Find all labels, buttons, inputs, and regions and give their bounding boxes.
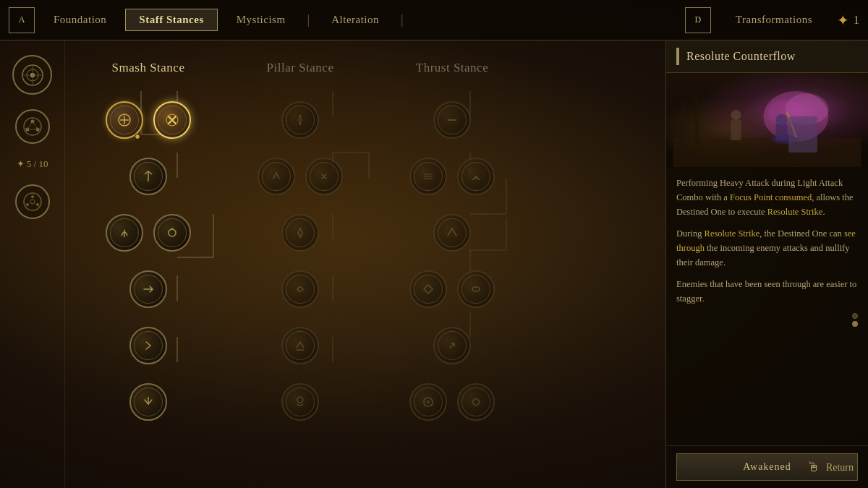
points-icon: ✦	[17, 158, 25, 169]
description-para-3: Enemies that have been seen through are …	[676, 277, 858, 306]
pillar-row-4	[281, 267, 319, 311]
skill-preview-image	[666, 73, 868, 167]
highlight-focus-point: Focus Point consumed	[730, 192, 812, 202]
return-label: Return	[826, 462, 854, 474]
smash-nodes	[106, 98, 191, 424]
skill-node[interactable]	[409, 383, 447, 421]
nav-bar: A Foundation Staff Stances Mysticism | A…	[0, 0, 868, 40]
currency-display: ✦ 1	[837, 12, 859, 29]
nav-right: D Transformations ✦ 1	[685, 7, 859, 33]
thrust-row-4	[409, 267, 495, 311]
skill-node[interactable]	[281, 327, 319, 364]
thrust-row-2	[409, 155, 495, 198]
nav-item-transformations[interactable]: Transformations	[723, 9, 825, 30]
pillar-nodes	[258, 98, 343, 424]
pillar-row-5	[281, 324, 319, 367]
svg-point-65	[731, 110, 741, 120]
highlight-resolute-strike-2: Resolute Strike	[705, 228, 760, 239]
pillar-row-2	[258, 155, 343, 198]
pillar-row-3	[281, 211, 319, 254]
svg-rect-59	[695, 95, 699, 145]
nav-separator-2: |	[401, 12, 404, 27]
skill-tree-area: Smash Stance	[65, 40, 665, 488]
highlight-resolute-strike-1: Resolute Strike	[767, 207, 823, 217]
skill-node[interactable]	[433, 101, 471, 139]
description-para-1: Performing Heavy Attack during Light Att…	[676, 176, 858, 219]
nav-item-alteration[interactable]: Alteration	[318, 9, 392, 30]
skill-node[interactable]	[106, 101, 143, 139]
svg-point-50	[298, 118, 302, 122]
smash-row-3	[106, 211, 191, 254]
nav-right-key: D	[685, 7, 711, 33]
points-display: ✦ 5 / 10	[17, 158, 48, 170]
thrust-nodes	[409, 98, 495, 424]
skill-node[interactable]	[153, 101, 191, 139]
sidebar-symbol-2	[15, 109, 50, 144]
currency-icon: ✦	[837, 12, 849, 29]
svg-point-46	[169, 229, 176, 236]
nav-separator-1: |	[307, 12, 310, 27]
thrust-row-6	[409, 380, 495, 424]
thrust-row-3	[433, 211, 471, 254]
skill-node[interactable]	[129, 270, 167, 308]
skill-node[interactable]	[281, 270, 319, 308]
skill-node[interactable]	[457, 270, 495, 308]
left-sidebar: ✦ 5 / 10	[0, 40, 65, 488]
skill-node[interactable]	[129, 383, 167, 421]
skill-node[interactable]	[433, 214, 471, 252]
svg-point-14	[26, 203, 29, 206]
svg-point-15	[36, 203, 39, 206]
skill-node[interactable]	[457, 383, 495, 421]
thrust-stance-section: Thrust Stance	[376, 61, 528, 474]
nav-left-key: A	[9, 7, 35, 33]
svg-point-62	[776, 114, 788, 126]
svg-line-10	[33, 121, 38, 129]
nav-item-staff-stances[interactable]: Staff Stances	[125, 9, 217, 31]
skill-node[interactable]	[153, 214, 191, 252]
thrust-row-1	[433, 98, 471, 142]
sidebar-symbol-1	[12, 55, 52, 95]
pillar-row-1	[281, 98, 319, 142]
pillar-stance-title: Pillar Stance	[267, 61, 334, 81]
panel-description: Performing Heavy Attack during Light Att…	[666, 167, 868, 445]
panel-header: Resolute Counterflow	[666, 40, 868, 73]
skill-node[interactable]	[129, 327, 167, 364]
skill-node[interactable]	[281, 214, 319, 252]
skill-node[interactable]	[129, 158, 167, 195]
description-para-2: During Resolute Strike, the Destined One…	[676, 226, 858, 270]
svg-rect-54	[673, 138, 861, 167]
svg-rect-58	[681, 102, 686, 145]
smash-row-4	[129, 267, 167, 311]
skill-node[interactable]	[409, 158, 447, 195]
panel-image	[666, 73, 868, 167]
sidebar-symbol-3	[15, 184, 50, 219]
svg-point-13	[31, 195, 34, 198]
pillar-row-6	[281, 380, 319, 424]
smash-stance-title: Smash Stance	[112, 61, 185, 81]
skill-node[interactable]	[409, 270, 447, 308]
panel-header-bar	[676, 48, 679, 65]
smash-row-5	[129, 324, 167, 367]
pillar-stance-section: Pillar Stance	[224, 61, 376, 474]
skill-node[interactable]	[281, 101, 319, 139]
smash-row-1	[106, 98, 191, 142]
svg-rect-64	[731, 120, 741, 140]
nav-item-foundation[interactable]: Foundation	[41, 9, 119, 30]
main-content: ✦ 5 / 10	[0, 40, 868, 488]
svg-line-9	[27, 121, 33, 129]
thrust-stance-title: Thrust Stance	[416, 61, 488, 81]
skill-node[interactable]	[106, 214, 143, 252]
skill-node[interactable]	[457, 158, 495, 195]
svg-point-52	[297, 397, 303, 403]
nav-item-mysticism[interactable]: Mysticism	[224, 9, 299, 30]
skill-node[interactable]	[281, 383, 319, 421]
right-panel: Resolute Counterflow	[665, 40, 868, 488]
svg-rect-61	[776, 124, 788, 141]
smash-stance-section: Smash Stance	[72, 61, 224, 474]
skill-node[interactable]	[258, 158, 295, 195]
highlight-see-through: see through	[676, 228, 856, 253]
skill-node[interactable]	[433, 327, 471, 364]
return-button[interactable]: 🖱 Return	[807, 460, 854, 475]
currency-value: 1	[854, 14, 859, 27]
skill-node[interactable]	[305, 158, 343, 195]
